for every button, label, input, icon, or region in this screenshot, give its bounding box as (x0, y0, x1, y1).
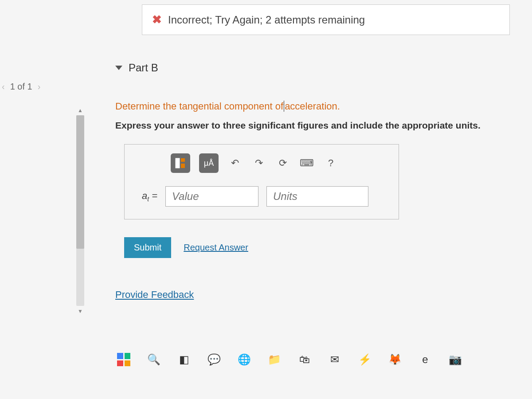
equation-toolbar: μÅ ↶ ↷ ⟳ ⌨ ? (171, 153, 388, 173)
search-icon[interactable]: 🔍 (145, 351, 162, 368)
part-header[interactable]: Part B (115, 62, 528, 74)
help-button[interactable]: ? (323, 156, 338, 171)
task-view-icon[interactable]: ◧ (176, 351, 192, 368)
next-page-chevron[interactable]: › (36, 80, 43, 94)
scrollbar-track[interactable] (76, 115, 84, 306)
scroll-up-arrow[interactable]: ▲ (76, 107, 84, 113)
svg-rect-2 (181, 164, 185, 168)
answer-area: μÅ ↶ ↷ ⟳ ⌨ ? at = (124, 144, 399, 219)
camera-icon[interactable]: 📷 (447, 351, 464, 368)
units-input[interactable] (266, 186, 368, 207)
undo-button[interactable]: ↶ (227, 156, 243, 171)
provide-feedback-link[interactable]: Provide Feedback (115, 289, 194, 300)
edge-icon[interactable]: e (417, 351, 434, 368)
template-button[interactable] (171, 153, 190, 173)
feedback-text: Incorrect; Try Again; 2 attempts remaini… (168, 14, 365, 26)
question-instructions: Express your answer to three significant… (115, 120, 528, 131)
svg-rect-0 (176, 158, 180, 168)
svg-rect-1 (181, 158, 185, 162)
windows-taskbar: 🔍 ◧ 💬 🌐 📁 🛍 ✉ ⚡ 🦊 e 📷 (115, 351, 464, 368)
submit-button[interactable]: Submit (124, 237, 171, 258)
variable-label: at = (135, 190, 157, 203)
store-icon[interactable]: 🛍 (296, 351, 313, 368)
firefox-icon[interactable]: 🦊 (387, 351, 403, 368)
caret-down-icon (115, 66, 122, 70)
mail-icon[interactable]: ✉ (326, 351, 343, 368)
chat-icon[interactable]: 💬 (206, 351, 223, 368)
x-icon: ✖ (152, 13, 162, 27)
units-symbol-button[interactable]: μÅ (199, 153, 219, 173)
page-counter: 1 of 1 (10, 82, 32, 92)
scroll-down-arrow[interactable]: ▼ (76, 308, 84, 314)
scrollbar-thumb[interactable] (76, 115, 84, 249)
app-icon[interactable]: ⚡ (356, 351, 373, 368)
reset-button[interactable]: ⟳ (275, 156, 290, 171)
prev-page-chevron[interactable]: ‹ (0, 80, 7, 94)
part-title: Part B (129, 62, 158, 74)
incorrect-feedback-banner: ✖ Incorrect; Try Again; 2 attempts remai… (142, 4, 510, 35)
start-icon[interactable] (115, 351, 132, 368)
chrome-icon[interactable]: 🌐 (236, 351, 253, 368)
question-prompt: Determine the tangential component ofacc… (115, 101, 528, 112)
value-input[interactable] (165, 186, 258, 207)
keyboard-button[interactable]: ⌨ (299, 156, 314, 171)
files-icon[interactable]: 📁 (266, 351, 283, 368)
redo-button[interactable]: ↷ (251, 156, 266, 171)
request-answer-link[interactable]: Request Answer (184, 243, 248, 253)
